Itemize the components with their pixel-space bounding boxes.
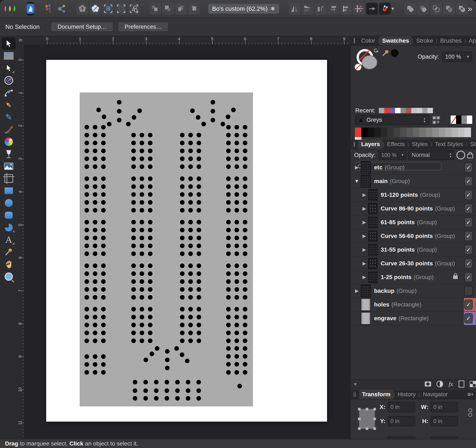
eyedropper-icon[interactable] — [382, 50, 389, 56]
quick-swatch[interactable] — [461, 116, 467, 124]
layer-row-curve-56-60-points[interactable]: ▶Curve 56-60 points(Group)✓ — [351, 229, 476, 243]
no-color-icon[interactable] — [355, 64, 362, 71]
layer-visibility-checkbox[interactable]: ✓ — [464, 300, 473, 310]
palette-dropdown[interactable]: ▲ Greys ▲▼ — [355, 115, 429, 125]
vector-brush-tool[interactable] — [2, 123, 16, 135]
tab-stroke[interactable]: Stroke — [413, 36, 436, 45]
palette-swatch[interactable] — [439, 127, 445, 137]
tab-swatches[interactable]: Swatches — [379, 36, 412, 45]
expand-arrow-icon[interactable]: ▶ — [361, 233, 367, 239]
tab-layers[interactable]: Layers — [358, 140, 383, 149]
align-icon[interactable] — [340, 3, 352, 15]
boolean-subtract-icon[interactable]: − — [417, 3, 429, 15]
palette-swatch[interactable] — [458, 127, 465, 137]
vector-crop-tool[interactable] — [2, 172, 16, 184]
expand-arrow-icon[interactable]: ▶ — [361, 220, 367, 225]
layer-visibility-checkbox[interactable]: ✓ — [464, 231, 473, 241]
layer-row-91-120-points[interactable]: ▶91-120 points(Group)✓ — [351, 188, 476, 202]
tab-color[interactable]: Color — [358, 36, 378, 45]
layer-visibility-checkbox[interactable]: ✓ — [464, 259, 473, 268]
forward-one-icon[interactable] — [175, 3, 187, 15]
marquee-shapes-icon[interactable] — [128, 3, 140, 15]
layer-visibility-checkbox[interactable]: ✓ — [464, 313, 473, 323]
tab-transform[interactable]: Transform — [359, 390, 393, 399]
flower-slash-icon[interactable] — [90, 3, 101, 15]
palette-swatch[interactable] — [465, 127, 471, 137]
new-layer-icon[interactable] — [459, 381, 464, 387]
field-y[interactable]: 0 in — [388, 416, 415, 426]
tab-brushes[interactable]: Brushes — [437, 36, 465, 45]
layer-visibility-checkbox[interactable]: ✓ — [464, 204, 473, 214]
quick-swatch[interactable] — [451, 116, 456, 124]
palette-swatch[interactable] — [413, 127, 419, 137]
palette-swatch[interactable] — [426, 127, 432, 137]
field-x[interactable]: 0 in — [388, 402, 415, 412]
recent-swatch[interactable] — [422, 108, 428, 113]
panel-grip[interactable] — [354, 38, 355, 43]
layer-visibility-checkbox[interactable]: ✓ — [464, 162, 473, 172]
link-dimensions-icon[interactable] — [468, 408, 472, 417]
fill-color-well[interactable] — [362, 55, 377, 69]
fill-tool[interactable] — [2, 135, 16, 148]
expand-arrow-icon[interactable]: ▶ — [361, 275, 367, 280]
boolean-divide-icon[interactable] — [443, 3, 455, 15]
document-page[interactable] — [46, 60, 327, 422]
recent-swatch[interactable] — [384, 108, 390, 113]
recent-swatch[interactable] — [417, 108, 422, 113]
expand-arrow-icon[interactable]: ▶ — [361, 192, 367, 198]
marquee-dots-icon[interactable] — [115, 3, 127, 15]
recent-swatch[interactable] — [406, 108, 411, 113]
palette-swatch[interactable] — [361, 127, 368, 137]
color-picker-tool[interactable] — [2, 246, 16, 258]
opacity-dropdown[interactable]: 100 % ▼ — [442, 51, 472, 62]
tab-navigator[interactable]: Navigator — [420, 390, 451, 399]
insert-target-icon[interactable] — [366, 3, 378, 15]
export-persona-icon[interactable] — [56, 3, 68, 15]
blend-mode-dropdown[interactable]: Normal ▲▼ — [408, 150, 454, 160]
recent-swatch[interactable] — [395, 108, 401, 113]
adjustment-layer-icon[interactable] — [436, 381, 443, 387]
swap-fill-stroke-icon[interactable]: ↺ — [372, 47, 380, 54]
tab-text-styles[interactable]: Text Styles — [432, 140, 466, 149]
expand-arrow-icon[interactable]: ▶ — [354, 288, 360, 294]
canvas-viewport[interactable] — [24, 44, 351, 439]
palette-swatch[interactable] — [452, 127, 458, 137]
layer-visibility-checkbox[interactable]: ✓ — [464, 245, 473, 255]
palette-swatch[interactable] — [419, 127, 426, 137]
layer-row-61-85-points[interactable]: ▶61-85 points(Group)✓ — [351, 216, 476, 229]
palette-swatch[interactable] — [445, 127, 452, 137]
close-button[interactable] — [5, 6, 6, 11]
point-transform-tool[interactable] — [2, 74, 16, 86]
snapping-magnet-icon[interactable] — [379, 3, 391, 15]
recent-swatch[interactable] — [401, 108, 406, 113]
zoom-preset-dropdown[interactable]: Bo's custom (62.2%) ✱ — [208, 4, 279, 14]
view-tool[interactable] — [2, 258, 16, 270]
recent-swatch[interactable] — [428, 108, 433, 113]
grid-options-icon[interactable] — [353, 3, 365, 15]
rectangle-tool[interactable] — [2, 184, 16, 197]
expand-arrow-icon[interactable]: ▶ — [361, 247, 367, 253]
flip-horizontal-icon[interactable] — [289, 3, 300, 15]
transform-anchor-proxy[interactable] — [359, 409, 375, 429]
ellipse-tool[interactable] — [2, 197, 16, 209]
layer-visibility-checkbox[interactable]: ✓ — [464, 190, 473, 200]
zoom-tool[interactable] — [2, 270, 16, 282]
palette-swatch[interactable] — [394, 127, 400, 137]
boolean-add-icon[interactable]: + — [404, 3, 416, 15]
palette-swatch[interactable] — [432, 127, 439, 137]
flower-arrow-icon[interactable] — [77, 3, 88, 15]
layer-row-1-25-points[interactable]: ▶1-25 points(Group)✓ — [351, 271, 476, 284]
quick-swatch[interactable] — [456, 116, 461, 124]
boolean-combine-icon[interactable] — [456, 3, 468, 15]
tab-styles[interactable]: Styles — [409, 140, 431, 149]
panel-grip[interactable] — [354, 392, 356, 397]
palette-swatch[interactable] — [407, 127, 413, 137]
expand-arrow-icon[interactable]: ▶ — [361, 206, 367, 211]
layer-row-curve-86-90-points[interactable]: ▶Curve 86-90 points(Group)✓ — [351, 202, 476, 216]
move-to-front-icon[interactable] — [188, 3, 200, 15]
picked-color-swatch[interactable] — [390, 49, 399, 57]
tab-appearance[interactable]: Appearance — [466, 36, 476, 45]
rotate-cw-icon[interactable] — [328, 3, 339, 15]
cribbage-board-rectangle[interactable] — [80, 93, 253, 406]
place-image-tool[interactable] — [2, 160, 16, 172]
